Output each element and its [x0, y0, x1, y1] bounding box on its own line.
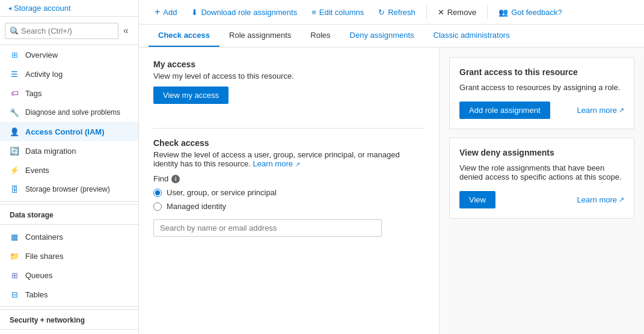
sidebar-item-data-migration[interactable]: 🔄 Data migration — [0, 141, 138, 160]
left-panel: My access View my level of access to thi… — [139, 47, 440, 334]
grant-access-desc: Grant access to resources by assigning a… — [459, 83, 624, 92]
columns-icon: ≡ — [311, 8, 316, 17]
section-divider — [153, 128, 425, 129]
tabs: Check access Role assignments Roles Deny… — [139, 25, 644, 47]
my-access-title: My access — [153, 59, 425, 69]
radio-managed-identity[interactable]: Managed identity — [153, 202, 425, 211]
grant-access-footer: Add role assignment Learn more ↗ — [459, 102, 624, 119]
sidebar-item-activity-log[interactable]: ☰ Activity log — [0, 64, 138, 84]
grant-access-learn-more-link[interactable]: Learn more ↗ — [577, 106, 624, 115]
lightning-icon: ⚡ — [10, 165, 19, 175]
sidebar-item-tags[interactable]: 🏷 Tags — [0, 84, 138, 103]
external-link-icon-3: ↗ — [619, 196, 624, 204]
sidebar-item-containers[interactable]: ▦ Containers — [0, 227, 138, 246]
tab-check-access[interactable]: Check access — [149, 25, 219, 47]
tab-classic-admins[interactable]: Classic administrators — [424, 25, 520, 47]
sidebar-item-diagnose[interactable]: 🔧 Diagnose and solve problems — [0, 103, 138, 122]
tables-icon: ⊟ — [10, 290, 19, 299]
my-access-section: My access View my level of access to thi… — [153, 59, 425, 116]
sidebar-item-queues[interactable]: ⊞ Queues — [0, 266, 138, 285]
deny-assignments-learn-more-link[interactable]: Learn more ↗ — [577, 195, 624, 204]
remove-icon: ✕ — [438, 8, 444, 17]
migration-icon: 🔄 — [10, 146, 19, 156]
sidebar: ◂ Storage account 🔍 « ⊞ Overview ☰ Activ… — [0, 0, 139, 334]
sidebar-nav: ⊞ Overview ☰ Activity log 🏷 Tags 🔧 Diagn… — [0, 45, 138, 334]
toolbar: + Add ⬇ Download role assignments ≡ Edit… — [139, 0, 644, 25]
remove-button[interactable]: ✕ Remove — [432, 5, 482, 20]
refresh-icon: ↻ — [378, 8, 385, 17]
check-access-title: Check access — [153, 138, 425, 148]
radio-user-group[interactable]: User, group, or service principal — [153, 188, 425, 197]
add-button[interactable]: + Add — [149, 4, 183, 20]
toolbar-divider — [426, 5, 427, 19]
sidebar-item-file-shares[interactable]: 📁 File shares — [0, 246, 138, 266]
external-link-icon: ↗ — [295, 161, 300, 168]
deny-assignments-footer: View Learn more ↗ — [459, 191, 624, 208]
collapse-sidebar-button[interactable]: « — [118, 20, 133, 41]
person-icon: 👤 — [10, 127, 19, 136]
view-my-access-button[interactable]: View my access — [153, 87, 228, 104]
list-icon: ☰ — [10, 69, 19, 79]
deny-assignments-title: View deny assignments — [459, 148, 624, 157]
search-by-name-input[interactable] — [153, 219, 382, 237]
external-link-icon-2: ↗ — [619, 106, 624, 114]
queues-icon: ⊞ — [10, 270, 19, 280]
containers-icon: ▦ — [10, 232, 19, 241]
check-access-section: Check access Review the level of access … — [153, 138, 425, 237]
toolbar-divider-2 — [487, 5, 488, 19]
tab-role-assignments[interactable]: Role assignments — [219, 25, 301, 47]
sidebar-item-tables[interactable]: ⊟ Tables — [0, 285, 138, 304]
tab-roles[interactable]: Roles — [301, 25, 340, 47]
feedback-button[interactable]: 👥 Got feedback? — [492, 5, 568, 20]
add-icon: + — [155, 7, 160, 17]
sidebar-item-storage-browser[interactable]: 🗄 Storage browser (preview) — [0, 180, 138, 199]
content-area: My access View my level of access to thi… — [139, 47, 644, 334]
download-button[interactable]: ⬇ Download role assignments — [185, 5, 303, 20]
sidebar-item-overview[interactable]: ⊞ Overview — [0, 45, 138, 64]
info-icon: i — [171, 175, 180, 183]
grant-access-title: Grant access to this resource — [459, 67, 624, 77]
tag-icon: 🏷 — [10, 88, 19, 98]
check-access-learn-more-link[interactable]: Learn more ↗ — [253, 159, 299, 168]
breadcrumb-icon: ◂ — [8, 5, 11, 11]
sidebar-item-access-control[interactable]: 👤 Access Control (IAM) — [0, 122, 138, 141]
feedback-icon: 👥 — [498, 8, 508, 17]
check-access-desc: Review the level of access a user, group… — [153, 150, 425, 168]
find-label: Find i — [153, 174, 425, 183]
security-section-label: Security + networking — [0, 309, 138, 327]
breadcrumb-label: Storage account — [14, 4, 71, 13]
download-icon: ⬇ — [191, 8, 198, 17]
deny-assignments-desc: View the role assignments that have been… — [459, 163, 624, 181]
storage-icon: 🗄 — [10, 184, 19, 194]
radio-managed-identity-input[interactable] — [153, 202, 162, 211]
search-input[interactable] — [5, 23, 118, 39]
grant-access-card: Grant access to this resource Grant acce… — [449, 57, 634, 129]
right-panel: Grant access to this resource Grant acce… — [440, 47, 644, 334]
radio-group: User, group, or service principal Manage… — [153, 188, 425, 211]
radio-user-group-input[interactable] — [153, 189, 162, 197]
deny-assignments-card: View deny assignments View the role assi… — [449, 138, 634, 219]
files-icon: 📁 — [10, 251, 19, 261]
wrench-icon: 🔧 — [10, 108, 19, 117]
sidebar-item-events[interactable]: ⚡ Events — [0, 160, 138, 180]
view-deny-assignments-button[interactable]: View — [459, 191, 495, 208]
data-storage-section-label: Data storage — [0, 204, 138, 222]
my-access-desc: View my level of access to this resource… — [153, 71, 425, 80]
edit-columns-button[interactable]: ≡ Edit columns — [305, 5, 370, 20]
grid-icon: ⊞ — [10, 50, 19, 59]
add-role-assignment-button[interactable]: Add role assignment — [459, 102, 550, 119]
main-content: + Add ⬇ Download role assignments ≡ Edit… — [139, 0, 644, 334]
tab-deny-assignments[interactable]: Deny assignments — [340, 25, 424, 47]
refresh-button[interactable]: ↻ Refresh — [372, 5, 422, 20]
